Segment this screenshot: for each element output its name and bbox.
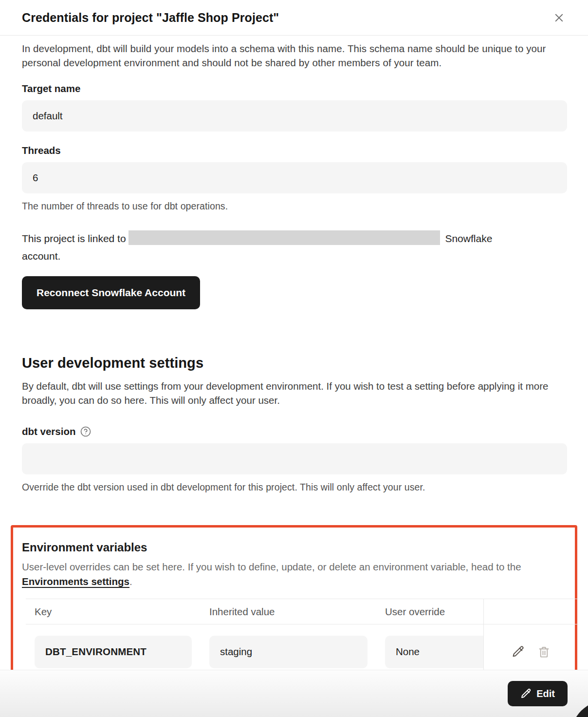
close-icon (552, 11, 566, 24)
help-circle-icon[interactable] (80, 426, 92, 437)
env-var-user-override-value: None (385, 636, 483, 668)
close-button[interactable] (550, 9, 568, 26)
reconnect-snowflake-label: Reconnect Snowflake Account (37, 287, 185, 299)
environment-variables-section: Environment variables User-level overrid… (11, 525, 577, 688)
pencil-icon (512, 645, 525, 659)
snowflake-link-line2: account. (22, 247, 567, 265)
environment-variables-description: User-level overrides can be set here. If… (22, 560, 566, 589)
user-dev-settings-heading: User development settings (22, 355, 567, 371)
env-description-text: User-level overrides can be set here. If… (22, 561, 521, 572)
target-name-input[interactable] (22, 100, 567, 132)
env-var-inherited-value: staging (209, 636, 368, 668)
trash-icon (537, 645, 551, 659)
modal-header: Credentials for project "Jaffle Shop Pro… (0, 0, 588, 36)
reconnect-snowflake-button[interactable]: Reconnect Snowflake Account (22, 276, 200, 309)
edit-row-button[interactable] (512, 645, 525, 659)
threads-label: Threads (22, 145, 567, 156)
edit-button-label: Edit (536, 688, 555, 699)
dbt-version-label-text: dbt version (22, 426, 76, 437)
edit-button[interactable]: Edit (508, 681, 568, 706)
target-name-label: Target name (22, 83, 567, 94)
table-header-row: Key Inherited value User override (26, 599, 579, 624)
dbt-version-label: dbt version (22, 426, 567, 437)
redacted-account-name (129, 230, 440, 245)
schema-description: In development, dbt will build your mode… (22, 41, 567, 70)
environments-settings-link[interactable]: Environments settings (22, 576, 129, 587)
env-description-period: . (129, 576, 132, 587)
environment-variables-table: Key Inherited value User override DBT_EN… (26, 599, 579, 679)
column-header-actions (483, 599, 579, 624)
environment-variables-heading: Environment variables (22, 541, 575, 554)
threads-helper-text: The number of threads to use for dbt ope… (22, 201, 567, 212)
snowflake-link-suffix: Snowflake (445, 233, 492, 244)
snowflake-link-prefix: This project is linked to (22, 233, 126, 244)
column-header-key: Key (26, 599, 201, 624)
column-header-user-override: User override (376, 599, 483, 624)
threads-input[interactable] (22, 162, 567, 193)
column-header-inherited-value: Inherited value (201, 599, 376, 624)
dbt-version-helper-text: Override the dbt version used in dbt dev… (22, 482, 567, 493)
modal-body: In development, dbt will build your mode… (0, 36, 588, 493)
env-var-key-value: DBT_ENVIRONMENT (35, 636, 192, 668)
dbt-version-input[interactable] (22, 443, 567, 474)
user-dev-settings-description: By default, dbt will use settings from y… (22, 379, 567, 407)
modal-title: Credentials for project "Jaffle Shop Pro… (22, 11, 279, 25)
delete-row-button[interactable] (537, 645, 551, 659)
snowflake-link-text: This project is linked to Snowflake acco… (22, 230, 567, 265)
modal-footer: Edit (0, 670, 588, 717)
edit-pencil-icon (520, 688, 532, 699)
